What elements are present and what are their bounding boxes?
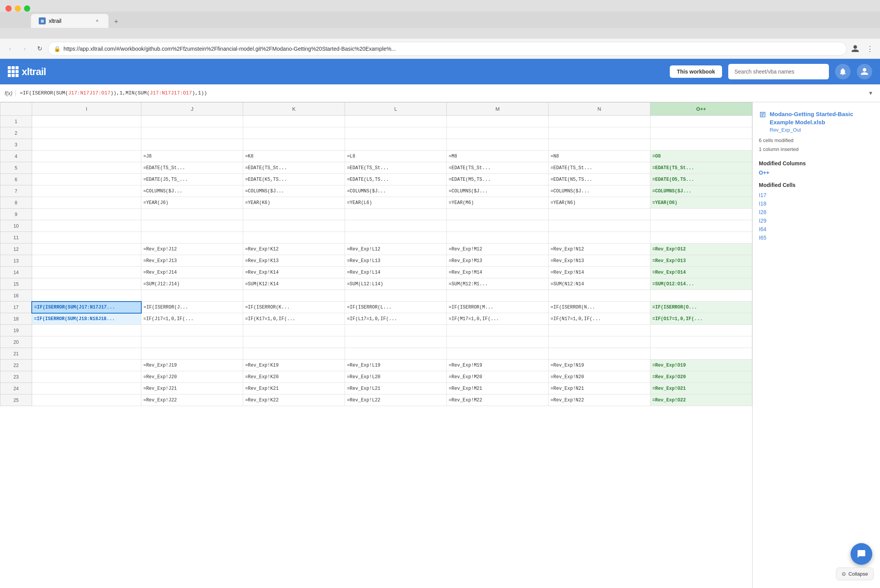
cell[interactable]: =EDATE(M5,TS... bbox=[447, 174, 549, 185]
cell[interactable]: =IF(ISERROR(N... bbox=[549, 302, 650, 313]
cell[interactable] bbox=[243, 139, 345, 151]
cell[interactable]: =SUM(N12:N14 bbox=[549, 278, 650, 290]
cell[interactable] bbox=[32, 243, 141, 255]
cell[interactable] bbox=[32, 209, 141, 220]
this-workbook-btn[interactable]: This workbook bbox=[670, 65, 722, 78]
cell[interactable]: =Rev_Exp!K22 bbox=[243, 394, 345, 406]
cell[interactable] bbox=[32, 336, 141, 348]
cell[interactable]: =EDATE(TS_St... bbox=[650, 162, 752, 174]
cell[interactable]: =EDATE(TS_St... bbox=[345, 162, 447, 174]
cell[interactable]: =Rev_Exp!M20 bbox=[447, 371, 549, 383]
cell[interactable]: =YEAR(O6) bbox=[650, 197, 752, 209]
cell[interactable]: =Rev_Exp!M19 bbox=[447, 360, 549, 371]
cell[interactable]: =EDATE(TS_St... bbox=[549, 162, 650, 174]
cell[interactable] bbox=[345, 220, 447, 232]
cell[interactable]: =IF(ISERROR(J... bbox=[141, 302, 243, 313]
cell[interactable]: =Rev_Exp!N19 bbox=[549, 360, 650, 371]
col-header-N[interactable]: N bbox=[549, 103, 650, 116]
cell[interactable] bbox=[32, 116, 141, 127]
cell[interactable] bbox=[447, 336, 549, 348]
cell[interactable] bbox=[32, 185, 141, 197]
modified-column-item[interactable]: O++ bbox=[759, 170, 874, 176]
cell[interactable] bbox=[650, 325, 752, 336]
cell[interactable]: =COLUMNS($J... bbox=[345, 185, 447, 197]
cell[interactable]: =Rev_Exp!J14 bbox=[141, 267, 243, 278]
cell[interactable]: =Rev_Exp!N21 bbox=[549, 383, 650, 394]
cell[interactable]: =EDATE(N5,TS... bbox=[549, 174, 650, 185]
cell[interactable] bbox=[32, 290, 141, 302]
cell[interactable]: =Rev_Exp!K14 bbox=[243, 267, 345, 278]
notification-icon[interactable] bbox=[835, 64, 851, 79]
cell[interactable] bbox=[32, 394, 141, 406]
col-header-L[interactable]: L bbox=[345, 103, 447, 116]
cell[interactable] bbox=[447, 209, 549, 220]
cell[interactable] bbox=[650, 290, 752, 302]
cell[interactable]: =Rev_Exp!M21 bbox=[447, 383, 549, 394]
col-header-I[interactable]: I bbox=[32, 103, 141, 116]
cell[interactable]: =IF(ISERROR(SUM(J17:N17J17... bbox=[32, 302, 141, 313]
modified-cell-item[interactable]: I29 bbox=[759, 217, 874, 225]
cell[interactable]: =Rev_Exp!M22 bbox=[447, 394, 549, 406]
cell[interactable] bbox=[32, 127, 141, 139]
cell[interactable]: =EDATE(TS_St... bbox=[447, 162, 549, 174]
search-bar[interactable]: Search sheet/vba names bbox=[728, 64, 829, 79]
cell[interactable]: =EDATE(TS_St... bbox=[243, 162, 345, 174]
cell[interactable] bbox=[447, 348, 549, 360]
cell[interactable]: =Rev_Exp!O22 bbox=[650, 394, 752, 406]
cell[interactable]: =Rev_Exp!J20 bbox=[141, 371, 243, 383]
cell[interactable] bbox=[32, 348, 141, 360]
panel-file-name[interactable]: Modano-Getting Started-Basic Example Mod… bbox=[770, 110, 874, 126]
chat-button[interactable] bbox=[851, 543, 872, 565]
cell[interactable] bbox=[243, 290, 345, 302]
cell[interactable]: =Rev_Exp!O13 bbox=[650, 255, 752, 267]
modified-cell-item[interactable]: I17 bbox=[759, 191, 874, 199]
sheet-name-link[interactable]: Rev_Exp_Out bbox=[770, 127, 801, 133]
cell[interactable]: =YEAR(K6) bbox=[243, 197, 345, 209]
cell[interactable]: =L8 bbox=[345, 151, 447, 162]
cell[interactable]: =Rev_Exp!L13 bbox=[345, 255, 447, 267]
cell[interactable] bbox=[243, 116, 345, 127]
grid-container[interactable]: I J K L M N O++ 1234=J8=K8=L8=M8=N8=O85=… bbox=[0, 102, 752, 588]
cell[interactable] bbox=[549, 348, 650, 360]
cell[interactable] bbox=[650, 139, 752, 151]
cell[interactable] bbox=[141, 325, 243, 336]
cell[interactable] bbox=[549, 232, 650, 243]
cell[interactable]: =Rev_Exp!O14 bbox=[650, 267, 752, 278]
cell[interactable] bbox=[243, 348, 345, 360]
cell[interactable]: =Rev_Exp!J22 bbox=[141, 394, 243, 406]
cell[interactable]: =IF(ISERROR(SUM(J18:N18J18... bbox=[32, 313, 141, 325]
cell[interactable]: =SUM(O12:O14... bbox=[650, 278, 752, 290]
cell[interactable] bbox=[32, 383, 141, 394]
tab-close-btn[interactable]: × bbox=[94, 17, 101, 24]
close-window-btn[interactable] bbox=[5, 5, 12, 12]
modified-cell-item[interactable]: I18 bbox=[759, 200, 874, 207]
cell[interactable]: =EDATE(TS_St... bbox=[141, 162, 243, 174]
browser-menu-btn[interactable]: ⋮ bbox=[864, 43, 876, 55]
cell[interactable]: =Rev_Exp!K19 bbox=[243, 360, 345, 371]
cell[interactable] bbox=[141, 139, 243, 151]
col-header-M[interactable]: M bbox=[447, 103, 549, 116]
user-avatar[interactable] bbox=[857, 64, 872, 79]
cell[interactable]: =Rev_Exp!L20 bbox=[345, 371, 447, 383]
cell[interactable] bbox=[141, 336, 243, 348]
cell[interactable] bbox=[650, 127, 752, 139]
cell[interactable] bbox=[650, 348, 752, 360]
cell[interactable]: =IF(K17=1,0,IF(... bbox=[243, 313, 345, 325]
cell[interactable]: =J8 bbox=[141, 151, 243, 162]
cell[interactable] bbox=[345, 336, 447, 348]
cell[interactable]: =SUM(L12:L14) bbox=[345, 278, 447, 290]
cell[interactable] bbox=[447, 325, 549, 336]
cell[interactable] bbox=[345, 290, 447, 302]
cell[interactable]: =Rev_Exp!N22 bbox=[549, 394, 650, 406]
cell[interactable]: =IF(ISERROR(K... bbox=[243, 302, 345, 313]
cell[interactable] bbox=[141, 220, 243, 232]
forward-btn[interactable]: › bbox=[19, 43, 31, 55]
cell[interactable] bbox=[32, 278, 141, 290]
cell[interactable]: =EDATE(O5,TS... bbox=[650, 174, 752, 185]
cell[interactable] bbox=[345, 325, 447, 336]
cell[interactable] bbox=[447, 220, 549, 232]
cell[interactable]: =Rev_Exp!N13 bbox=[549, 255, 650, 267]
cell[interactable] bbox=[650, 116, 752, 127]
cell[interactable]: =Rev_Exp!J13 bbox=[141, 255, 243, 267]
cell[interactable] bbox=[32, 174, 141, 185]
